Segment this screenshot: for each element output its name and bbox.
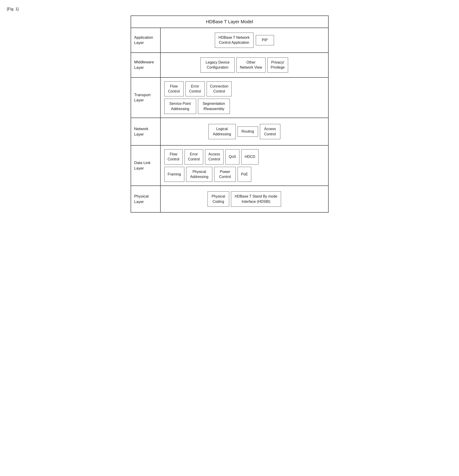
diagram-title: HDBase T Layer Model xyxy=(131,16,328,28)
logical-addressing-box: LogicalAddressing xyxy=(208,124,236,139)
datalink-layer-label: Data LinkLayer xyxy=(131,146,161,186)
physical-addressing-box: PhysicalAddressing xyxy=(186,167,212,182)
qos-box: QoS xyxy=(225,149,239,164)
datalink-row2: Framing PhysicalAddressing PowerControl … xyxy=(164,167,252,182)
pip-box: PIP xyxy=(256,35,274,45)
flow-control-datalink-box: FlowControl xyxy=(164,149,183,164)
hdcd-box: HDCD xyxy=(241,149,259,164)
access-control-network-box: AccessControl xyxy=(260,124,280,139)
middleware-layer-row: MiddlewareLayer Legacy DeviceConfigurati… xyxy=(131,53,328,78)
network-layer-content: LogicalAddressing Routing AccessControl xyxy=(161,118,328,145)
application-layer-content: HDBase T NetworkControl Application PIP xyxy=(161,28,328,52)
hdbase-standby-box: HDBase T Stand By modeInterface (HDSBI) xyxy=(231,191,281,207)
hdbase-control-box: HDBase T NetworkControl Application xyxy=(215,33,254,48)
physical-coding-box: PhysicalCoding xyxy=(207,191,229,207)
transport-layer-row: TransportLayer FlowControl ErrorControl … xyxy=(131,78,328,118)
transport-layer-content: FlowControl ErrorControl ConnectionContr… xyxy=(161,78,328,118)
error-control-transport-box: ErrorControl xyxy=(185,81,205,97)
other-network-box: OtherNetwork View xyxy=(237,57,266,73)
physical-layer-label: PhysicalLayer xyxy=(131,186,161,212)
network-layer-label: NetworkLayer xyxy=(131,118,161,145)
poe-box: PoE xyxy=(238,167,251,182)
middleware-layer-label: MiddlewareLayer xyxy=(131,53,161,77)
routing-box: Routing xyxy=(238,127,258,136)
transport-row1: FlowControl ErrorControl ConnectionContr… xyxy=(164,81,232,97)
fig-label: [Fig. 1] xyxy=(7,7,452,11)
datalink-row1: FlowControl ErrorControl AccessControl Q… xyxy=(164,149,259,164)
physical-layer-row: PhysicalLayer PhysicalCoding HDBase T St… xyxy=(131,186,328,212)
datalink-layer-row: Data LinkLayer FlowControl ErrorControl … xyxy=(131,146,328,186)
transport-row2: Service PointAddressing Segmentation/Rea… xyxy=(164,99,230,114)
network-layer-row: NetworkLayer LogicalAddressing Routing A… xyxy=(131,118,328,146)
segmentation-box: Segmentation/Reassembly xyxy=(198,99,230,114)
access-control-datalink-box: AccessControl xyxy=(205,149,224,164)
power-control-box: PowerControl xyxy=(214,167,236,182)
error-control-datalink-box: ErrorControl xyxy=(185,149,203,164)
datalink-layer-content: FlowControl ErrorControl AccessControl Q… xyxy=(161,146,328,186)
middleware-layer-content: Legacy DeviceConfiguration OtherNetwork … xyxy=(161,53,328,77)
flow-control-transport-box: FlowControl xyxy=(164,81,184,97)
privacy-box: Privacy/Privilege xyxy=(267,57,288,73)
service-point-box: Service PointAddressing xyxy=(164,99,196,114)
connection-control-box: ConnectionControl xyxy=(207,81,232,97)
legacy-device-box: Legacy DeviceConfiguration xyxy=(200,57,235,73)
application-layer-row: ApplicationLayer HDBase T NetworkControl… xyxy=(131,28,328,53)
transport-layer-label: TransportLayer xyxy=(131,78,161,118)
application-layer-label: ApplicationLayer xyxy=(131,28,161,52)
physical-layer-content: PhysicalCoding HDBase T Stand By modeInt… xyxy=(161,186,328,212)
framing-box: Framing xyxy=(164,167,185,182)
diagram-container: HDBase T Layer Model ApplicationLayer HD… xyxy=(131,16,329,212)
